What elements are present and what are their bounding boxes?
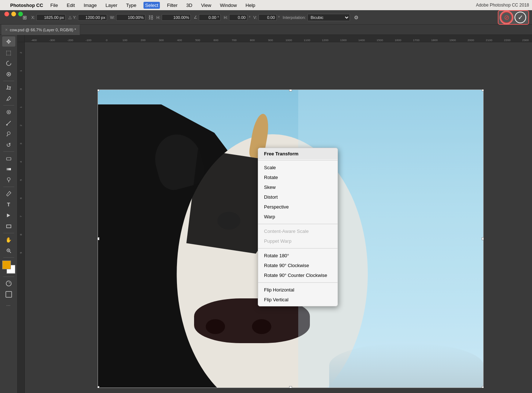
- context-menu-puppet-warp: Puppet Warp: [258, 236, 338, 246]
- context-menu-content-aware-scale: Content-Aware Scale: [258, 226, 338, 236]
- vskew-input[interactable]: [259, 14, 277, 21]
- toolbar-separator-4: [3, 187, 14, 187]
- lasso-tool[interactable]: [2, 58, 15, 68]
- context-menu-warp[interactable]: Warp: [258, 212, 338, 222]
- toolbar-separator-2: [3, 105, 14, 106]
- traffic-light-close[interactable]: [4, 12, 9, 16]
- document-tab[interactable]: × cow.psd @ 66.7% (Layer 0, RGB/8) *: [1, 25, 80, 35]
- context-menu: Free Transform Scale Rotate Skew Distort…: [258, 148, 338, 306]
- context-menu-flip-horizontal[interactable]: Flip Horizontal: [258, 285, 338, 295]
- tab-close-button[interactable]: ×: [5, 27, 8, 32]
- quick-mask-tool[interactable]: [2, 278, 15, 289]
- context-menu-rotate-90ccw[interactable]: Rotate 90° Counter Clockwise: [258, 270, 338, 280]
- cancel-transform-button[interactable]: ⊘: [501, 12, 512, 23]
- context-menu-group-1: Scale Rotate Skew Distort Perspective Wa…: [258, 161, 338, 223]
- healing-tool[interactable]: [2, 107, 15, 117]
- menu-view[interactable]: View: [200, 2, 213, 9]
- clone-stamp-tool[interactable]: [2, 129, 15, 139]
- ruler-left: 2 1 0 1 2 3 4 5 6 7 8 9: [17, 42, 25, 393]
- hskew-input[interactable]: [229, 14, 247, 21]
- text-tool[interactable]: T: [2, 199, 15, 210]
- hskew-label: H:: [224, 15, 228, 20]
- hskew-deg: °: [249, 15, 250, 20]
- menu-3d[interactable]: 3D: [185, 2, 194, 9]
- x-label: X:: [31, 15, 35, 20]
- svg-point-13: [7, 178, 10, 180]
- menu-help[interactable]: Help: [244, 2, 257, 9]
- link-icon[interactable]: ⛓: [148, 15, 153, 20]
- canvas-content: Free Transform Scale Rotate Skew Distort…: [25, 42, 532, 393]
- zoom-tool[interactable]: [2, 246, 15, 256]
- vskew-deg: °: [278, 15, 280, 20]
- settings-icon[interactable]: ⚙: [353, 15, 360, 20]
- h-input[interactable]: [162, 14, 191, 21]
- menu-select[interactable]: Select: [143, 2, 159, 9]
- menu-edit[interactable]: Edit: [65, 2, 76, 9]
- svg-rect-11: [7, 158, 11, 160]
- y-label: Y:: [73, 15, 76, 20]
- screen-mode-tool[interactable]: [2, 289, 15, 299]
- eyedropper-tool[interactable]: [2, 94, 15, 104]
- vskew-label: V:: [253, 15, 257, 20]
- pen-tool[interactable]: [2, 188, 15, 199]
- angle-input[interactable]: [199, 14, 221, 21]
- context-menu-sep-1: [258, 160, 338, 160]
- context-menu-scale[interactable]: Scale: [258, 163, 338, 172]
- toolbar-separator-3: [3, 151, 14, 152]
- h-label: H:: [156, 15, 160, 20]
- toolbar-separator-7: [3, 277, 14, 277]
- brush-tool[interactable]: [2, 118, 15, 128]
- angle-icon: △: [68, 15, 71, 20]
- interpolation-label: Interpolation:: [283, 15, 306, 20]
- svg-point-1: [8, 74, 9, 75]
- context-menu-skew[interactable]: Skew: [258, 182, 338, 192]
- interpolation-select[interactable]: Bicubic Bilinear Nearest Neighbor: [307, 14, 350, 21]
- y-input[interactable]: [78, 14, 107, 21]
- color-swatches[interactable]: [2, 261, 15, 274]
- eraser-tool[interactable]: [2, 153, 15, 163]
- w-input[interactable]: [116, 14, 145, 21]
- menu-image[interactable]: Image: [82, 2, 98, 9]
- move-tool[interactable]: ✥: [2, 36, 15, 47]
- svg-point-10: [7, 132, 10, 135]
- x-input[interactable]: [36, 14, 66, 21]
- ruler-top: -400 -300 -200 -100 0 100 200 300 400 50…: [17, 35, 532, 42]
- gradient-tool[interactable]: [2, 164, 15, 174]
- context-menu-flip-vertical[interactable]: Flip Vertical: [258, 295, 338, 305]
- menu-filter[interactable]: Filter: [166, 2, 179, 9]
- marquee-tool[interactable]: ⬚: [2, 47, 15, 57]
- menu-window[interactable]: Window: [218, 2, 238, 9]
- context-menu-perspective[interactable]: Perspective: [258, 202, 338, 212]
- svg-rect-21: [6, 291, 12, 297]
- context-menu-distort[interactable]: Distort: [258, 192, 338, 202]
- crop-tool[interactable]: [2, 83, 15, 93]
- svg-line-17: [9, 252, 11, 253]
- context-menu-group-3: Rotate 180° Rotate 90° Clockwise Rotate …: [258, 249, 338, 282]
- traffic-light-minimize[interactable]: [11, 12, 16, 16]
- context-menu-group-2: Content-Aware Scale Puppet Warp: [258, 225, 338, 247]
- tab-bar: × cow.psd @ 66.7% (Layer 0, RGB/8) *: [0, 25, 532, 35]
- menu-layer[interactable]: Layer: [104, 2, 119, 9]
- traffic-light-fullscreen[interactable]: [18, 12, 23, 16]
- confirm-transform-button[interactable]: ✓: [515, 12, 526, 23]
- context-menu-group-4: Flip Horizontal Flip Vertical: [258, 283, 338, 306]
- path-select-tool[interactable]: [2, 210, 15, 221]
- foreground-color-swatch[interactable]: [2, 261, 11, 269]
- context-menu-sep-2: [258, 224, 338, 224]
- shape-tool[interactable]: [2, 221, 15, 231]
- svg-rect-5: [8, 87, 11, 87]
- menu-file[interactable]: File: [49, 2, 59, 9]
- history-brush-tool[interactable]: ↺: [2, 140, 15, 150]
- w-label: W:: [110, 15, 115, 20]
- context-menu-rotate[interactable]: Rotate: [258, 172, 338, 182]
- svg-rect-12: [7, 168, 11, 170]
- quick-select-tool[interactable]: [2, 69, 15, 79]
- hand-tool[interactable]: ✋: [2, 235, 15, 245]
- context-menu-rotate-180[interactable]: Rotate 180°: [258, 251, 338, 261]
- dodge-tool[interactable]: [2, 175, 15, 185]
- more-tools[interactable]: ···: [2, 300, 15, 310]
- context-menu-header: Free Transform: [258, 148, 338, 159]
- context-menu-rotate-90cw[interactable]: Rotate 90° Clockwise: [258, 261, 338, 270]
- tab-title: cow.psd @ 66.7% (Layer 0, RGB/8) *: [10, 28, 76, 32]
- menu-type[interactable]: Type: [125, 2, 138, 9]
